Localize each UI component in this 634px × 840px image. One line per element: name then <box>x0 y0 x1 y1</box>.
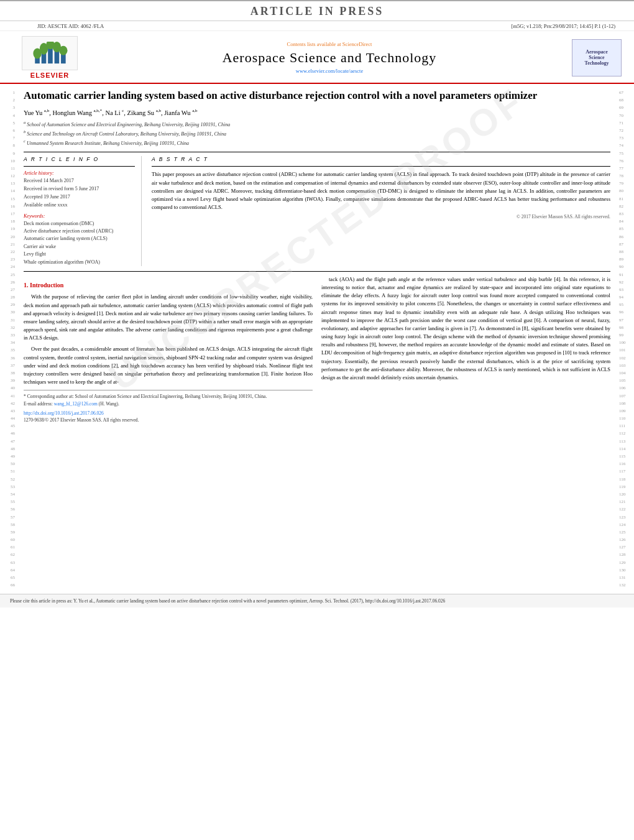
banner-text: ARTICLE IN PRESS <box>250 5 384 17</box>
revised: Received in revised form 5 June 2017 <box>24 185 135 193</box>
body-col-right: tack (AOA) and the flight path angle at … <box>321 275 610 423</box>
journal-title: Aerospace Science and Technology <box>87 50 572 66</box>
article-info-col: A R T I C L E I N F O Article history: R… <box>24 156 142 266</box>
meta-left: JID: AESCTE AID: 4062 /FLA <box>37 23 104 29</box>
email-link[interactable]: wang_hl_12@126.com <box>54 401 98 407</box>
body-divider <box>24 271 610 272</box>
article-info-label: A R T I C L E I N F O <box>24 156 135 162</box>
info-divider <box>24 166 135 167</box>
elsevier-name: ELSEVIER <box>30 72 69 79</box>
paper-content: Automatic carrier landing system based o… <box>17 84 617 589</box>
intro-heading: 1. Introduction <box>24 280 313 290</box>
keyword-3: Automatic carrier landing system (ACLS) <box>24 235 135 242</box>
received: Received 14 March 2017 <box>24 177 135 185</box>
abstract-label: A B S T R A C T <box>152 156 610 162</box>
article-in-press-banner: ARTICLE IN PRESS <box>0 0 634 21</box>
keyword-6: Whale optimization algorithm (WOA) <box>24 259 135 266</box>
intro-para-3: tack (AOA) and the flight path angle at … <box>321 275 610 382</box>
footnotes-area: * Corresponding author at: School of Aut… <box>24 390 313 423</box>
page-wrapper: UNCORRECTED PROOF ARTICLE IN PRESS JID: … <box>0 0 634 840</box>
journal-url[interactable]: www.elsevier.com/locate/aescte <box>87 68 572 74</box>
keyword-4: Carrier air wake <box>24 243 135 251</box>
article-title: Automatic carrier landing system based o… <box>24 89 610 103</box>
elsevier-logo-box <box>22 36 78 70</box>
history-label: Article history: <box>24 170 135 176</box>
abstract-col: A B S T R A C T This paper proposes an a… <box>152 156 610 266</box>
line-numbers-left: 123 456 789 101112 131415 161718 192021 … <box>0 84 17 589</box>
content-area: 123 456 789 101112 131415 161718 192021 … <box>0 84 634 589</box>
sciencedirect-text: Contents lists available at <box>287 41 342 47</box>
doi-link[interactable]: http://dx.doi.org/10.1016/j.ast.2017.06.… <box>24 410 104 416</box>
svg-point-9 <box>59 45 67 55</box>
journal-logo-text: Aerospace Science Technology <box>585 49 609 66</box>
abstract-divider <box>152 166 610 167</box>
sciencedirect-link-text[interactable]: ScienceDirect <box>342 41 372 47</box>
svg-rect-3 <box>55 50 60 63</box>
body-col-left: 1. Introduction With the purpose of reli… <box>24 275 313 423</box>
meta-right: [m5G; v1.218; Prn:29/08/2017; 14:45] P.1… <box>512 23 615 29</box>
top-meta: JID: AESCTE AID: 4062 /FLA [m5G; v1.218;… <box>0 21 634 31</box>
issn-line: 1270-9638/© 2017 Elsevier Masson SAS. Al… <box>24 417 313 423</box>
citation-text: Please cite this article in press as: Y.… <box>10 598 445 604</box>
keywords-list: Deck motion compensation (DMC) Active di… <box>24 220 135 266</box>
intro-para-1: With the purpose of relieving the carrie… <box>24 293 313 342</box>
authors-line: Yue Yu a,b, Honglun Wang a,b,*, Na Li c,… <box>24 108 610 116</box>
copyright-line: © 2017 Elsevier Masson SAS. All rights r… <box>152 214 610 219</box>
line-numbers-right: 676869 707172 737475 767778 798081 82838… <box>617 84 634 589</box>
journal-center: Contents lists available at ScienceDirec… <box>87 41 572 74</box>
affiliations: a School of Automation Science and Elect… <box>24 119 610 147</box>
available: Available online xxxx <box>24 201 135 210</box>
info-abstract-row: A R T I C L E I N F O Article history: R… <box>24 156 610 266</box>
received-date: Received 14 March 2017 Received in revis… <box>24 177 135 209</box>
keyword-1: Deck motion compensation (DMC) <box>24 220 135 228</box>
journal-logo-right: Aerospace Science Technology <box>572 39 622 76</box>
footnote-email: E-mail address: wang_hl_12@126.com (H. W… <box>24 400 313 407</box>
keyword-2: Active disturbance rejection control (AD… <box>24 228 135 235</box>
accepted: Accepted 19 June 2017 <box>24 193 135 201</box>
footnote-corresponding: * Corresponding author at: School of Aut… <box>24 393 313 400</box>
keyword-5: Levy flight <box>24 251 135 258</box>
svg-rect-2 <box>48 47 53 63</box>
abstract-text: This paper proposes an active disturbanc… <box>152 170 610 211</box>
elsevier-logo-area: ELSEVIER <box>12 36 87 79</box>
sciencedirect-link: Contents lists available at ScienceDirec… <box>87 41 572 47</box>
journal-header: ELSEVIER Contents lists available at Sci… <box>0 31 634 84</box>
keywords-label: Keywords: <box>24 213 135 219</box>
citation-bar: Please cite this article in press as: Y.… <box>0 594 634 607</box>
section-divider <box>24 152 610 152</box>
elsevier-tree-icon <box>31 42 68 65</box>
body-columns: 1. Introduction With the purpose of reli… <box>24 275 610 423</box>
intro-para-2: Over the past decades, a considerable am… <box>24 345 313 386</box>
